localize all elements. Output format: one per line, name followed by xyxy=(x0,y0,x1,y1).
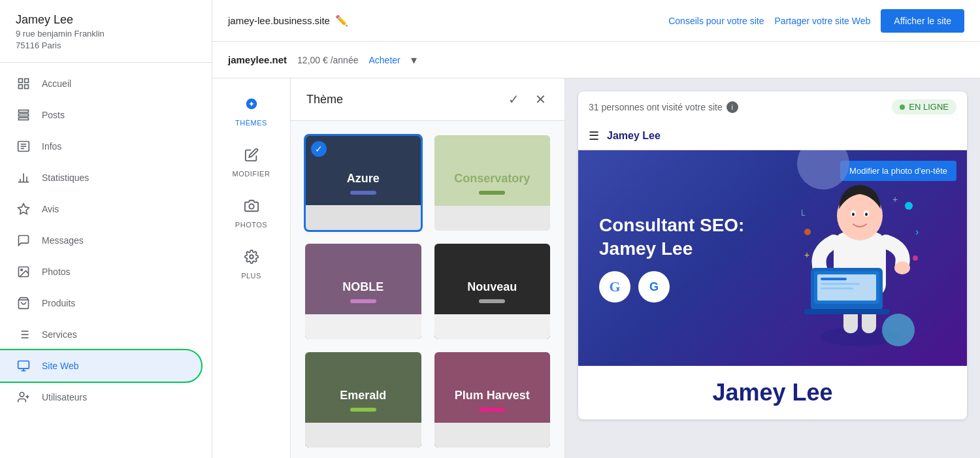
dropdown-icon[interactable]: ▾ xyxy=(411,53,417,67)
sidebar-item-posts[interactable]: Posts xyxy=(0,99,201,131)
svg-point-28 xyxy=(20,393,24,397)
theme-card-bar-emerald xyxy=(350,408,376,412)
main-content: jamey-lee.business.site ✏️ Conseils pour… xyxy=(212,0,980,458)
sidebar-item-produits[interactable]: Produits xyxy=(0,287,201,319)
svg-rect-2 xyxy=(19,85,23,89)
theme-card-footer-azure xyxy=(306,205,421,230)
svg-point-54 xyxy=(913,255,918,261)
editor-area: THÈMES MODIFIER PHOTOS PLUS Thème ✓ ✕ xyxy=(212,78,980,458)
tools-panel: THÈMES MODIFIER PHOTOS PLUS xyxy=(212,78,291,458)
theme-panel: Thème ✓ ✕ ✓ Azure Conservatory NOBLE xyxy=(291,78,565,458)
theme-card-azure[interactable]: ✓ Azure xyxy=(304,134,423,232)
theme-card-footer-emerald xyxy=(305,423,421,448)
tool-item-plus[interactable]: PLUS xyxy=(222,242,281,287)
sidebar-header: Jamey Lee 9 rue benjamin Franklin 75116 … xyxy=(0,0,212,63)
hero-logos: G G xyxy=(599,271,744,303)
theme-card-bar-nouveau xyxy=(479,299,505,303)
acheter-link[interactable]: Acheter xyxy=(368,55,400,65)
sidebar-item-label: Produits xyxy=(42,298,75,308)
theme-card-emerald[interactable]: Emerald xyxy=(304,351,423,449)
domain-price: 12,00 € /année xyxy=(297,55,358,65)
sidebar-item-photos[interactable]: Photos xyxy=(0,256,201,287)
theme-card-name-emerald: Emerald xyxy=(340,389,386,402)
theme-card-name-nouveau: Nouveau xyxy=(467,280,517,294)
svg-text:›: › xyxy=(915,226,919,237)
theme-close-icon[interactable]: ✕ xyxy=(532,89,549,110)
gear-icon xyxy=(244,250,259,268)
tool-item-themes[interactable]: THÈMES xyxy=(222,89,281,135)
sidebar-item-label: Infos xyxy=(42,141,61,152)
svg-rect-0 xyxy=(19,79,23,83)
hero-title: Consultant SEO:Jamey Lee xyxy=(599,214,744,261)
edit-url-icon[interactable]: ✏️ xyxy=(335,14,348,27)
site-url-text: jamey-lee.business.site xyxy=(228,15,330,26)
preview-panel: 31 personnes ont visité votre site i EN … xyxy=(565,78,980,458)
tool-label-photos: PHOTOS xyxy=(235,221,267,229)
theme-card-footer-noble xyxy=(305,314,421,339)
sidebar-item-label: Statistiques xyxy=(42,172,89,183)
hamburger-icon[interactable]: ☰ xyxy=(589,129,599,143)
theme-card-noble[interactable]: NOBLE xyxy=(304,242,423,340)
info-icon[interactable]: i xyxy=(727,101,738,113)
svg-point-37 xyxy=(894,261,910,274)
site-url: jamey-lee.business.site ✏️ xyxy=(228,14,348,27)
bar-chart-icon xyxy=(16,170,31,186)
themes-icon xyxy=(244,97,259,115)
sidebar-item-label: Messages xyxy=(42,235,84,246)
preview-site-name: Jamey Lee xyxy=(607,130,661,142)
domain-bar: jameylee.net 12,00 € /année Acheter ▾ xyxy=(212,42,980,78)
partager-link[interactable]: Partager votre site Web xyxy=(775,16,871,26)
hero-text-block: Consultant SEO:Jamey Lee G G xyxy=(578,193,765,324)
svg-point-32 xyxy=(250,255,253,259)
sidebar-item-infos[interactable]: Infos xyxy=(0,131,201,162)
theme-panel-title: Thème xyxy=(306,93,495,106)
second-logo: G xyxy=(638,271,670,303)
status-dot xyxy=(900,105,905,110)
theme-card-footer-plum-harvest xyxy=(434,423,551,448)
sidebar-item-messages[interactable]: Messages xyxy=(0,225,201,256)
status-badge: EN LIGNE xyxy=(892,99,956,114)
svg-rect-1 xyxy=(25,79,29,83)
svg-rect-25 xyxy=(18,361,29,369)
preview-name-section: Jamey Lee xyxy=(578,366,967,419)
sidebar-item-utilisateurs[interactable]: Utilisateurs xyxy=(0,382,201,413)
tool-item-photos[interactable]: PHOTOS xyxy=(222,191,281,237)
svg-marker-15 xyxy=(18,204,29,214)
theme-card-name-azure: Azure xyxy=(347,172,380,186)
svg-point-17 xyxy=(21,269,22,271)
monitor-icon xyxy=(16,358,31,374)
conseils-link[interactable]: Conseils pour votre site xyxy=(668,16,764,26)
svg-rect-43 xyxy=(821,287,853,289)
preview-card: 31 personnes ont visité votre site i EN … xyxy=(578,91,967,419)
theme-card-name-plum-harvest: Plum Harvest xyxy=(455,389,530,402)
sidebar-item-avis[interactable]: Avis xyxy=(0,193,201,225)
modifier-icon xyxy=(244,148,259,166)
sidebar-item-label: Avis xyxy=(42,204,59,214)
user-name: Jamey Lee xyxy=(16,13,196,27)
theme-card-bar-conservatory xyxy=(479,191,505,195)
sidebar-item-statistiques[interactable]: Statistiques xyxy=(0,162,201,193)
svg-rect-6 xyxy=(19,118,29,120)
afficher-site-button[interactable]: Afficher le site xyxy=(881,9,964,33)
tool-item-modifier[interactable]: MODIFIER xyxy=(222,140,281,186)
theme-card-footer-conservatory xyxy=(434,206,551,231)
theme-card-plum-harvest[interactable]: Plum Harvest xyxy=(433,351,552,449)
theme-selected-check: ✓ xyxy=(311,141,327,157)
person-add-icon xyxy=(16,389,31,405)
svg-rect-42 xyxy=(821,283,860,285)
info-icon xyxy=(16,139,31,154)
theme-card-nouveau[interactable]: Nouveau xyxy=(433,242,552,340)
svg-point-50 xyxy=(905,202,913,210)
sidebar-nav: Accueil Posts Infos Statistiques Avis Me… xyxy=(0,63,212,458)
svg-text:+: + xyxy=(892,194,898,204)
sidebar-item-services[interactable]: Services xyxy=(0,319,201,350)
sidebar-item-label: Accueil xyxy=(42,78,71,89)
theme-card-bar-noble xyxy=(350,299,376,303)
svg-point-31 xyxy=(249,204,253,208)
deco-circle-2 xyxy=(882,314,915,346)
theme-confirm-icon[interactable]: ✓ xyxy=(506,89,522,110)
sidebar-item-site-web[interactable]: Site Web xyxy=(0,350,201,382)
theme-card-conservatory[interactable]: Conservatory xyxy=(433,134,552,232)
sidebar-item-accueil[interactable]: Accueil xyxy=(0,68,201,99)
image-icon xyxy=(16,264,31,280)
